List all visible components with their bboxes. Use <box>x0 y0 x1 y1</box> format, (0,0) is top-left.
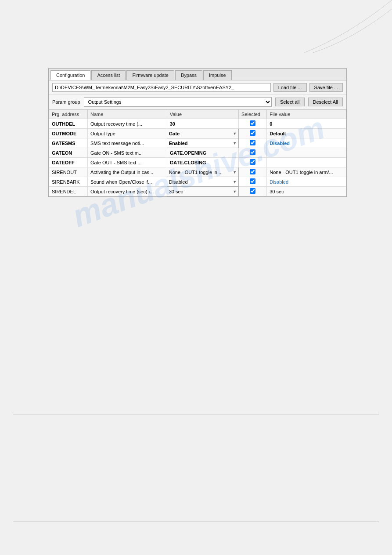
param-group-label: Param group <box>52 99 80 105</box>
cell-value: GATE.OPENING <box>167 148 238 158</box>
cell-file-value <box>267 158 346 167</box>
deselect-all-button[interactable]: Deselect All <box>308 98 343 106</box>
select-all-button[interactable]: Select all <box>275 98 305 106</box>
table-row: GATESMSSMS text message noti...Enabled▼D… <box>49 138 346 148</box>
selected-checkbox[interactable] <box>250 120 255 126</box>
col-header-prg-address: Prg. address <box>49 110 88 119</box>
table-row: SIRENBARKSound when Open/Close if...Disa… <box>49 177 346 187</box>
col-header-file-value: File value <box>267 110 346 119</box>
tab-firmware-update[interactable]: Firmware update <box>126 70 174 80</box>
cell-selected[interactable] <box>239 187 267 196</box>
chevron-down-icon[interactable]: ▼ <box>233 131 237 136</box>
cell-selected[interactable] <box>239 148 267 158</box>
data-table: Prg. address Name Value Selected File va… <box>49 109 346 196</box>
selected-checkbox[interactable] <box>250 149 255 155</box>
selected-checkbox[interactable] <box>250 169 255 174</box>
cell-value[interactable]: 30 sec▼ <box>167 187 238 196</box>
cell-prg-address: GATESMS <box>49 138 88 148</box>
cell-selected[interactable] <box>239 129 267 138</box>
table-row: GATEOFFGate OUT - SMS text ...GATE.CLOSI… <box>49 158 346 167</box>
cell-selected[interactable] <box>239 119 267 129</box>
save-file-button[interactable]: Save file ... <box>309 83 343 92</box>
chevron-down-icon[interactable]: ▼ <box>233 141 237 145</box>
cell-selected[interactable] <box>239 158 267 167</box>
cell-selected[interactable] <box>239 138 267 148</box>
cell-prg-address: SIRENDEL <box>49 187 88 196</box>
col-header-selected: Selected <box>239 110 267 119</box>
cell-selected[interactable] <box>239 177 267 187</box>
chevron-down-icon[interactable]: ▼ <box>233 189 237 194</box>
selected-checkbox[interactable] <box>250 188 255 194</box>
table-row: OUTMODEOutput typeGate▼Default <box>49 129 346 138</box>
tab-bypass[interactable]: Bypass <box>175 70 202 80</box>
decorative-arc <box>304 0 392 53</box>
cell-file-value <box>267 148 346 158</box>
cell-file-value: Disabled <box>267 138 346 148</box>
col-header-name: Name <box>87 110 167 119</box>
cell-selected[interactable] <box>239 167 267 177</box>
chevron-down-icon[interactable]: ▼ <box>233 170 237 174</box>
toolbar-row: Load file ... Save file ... <box>49 80 346 95</box>
cell-file-value: Disabled <box>267 177 346 187</box>
chevron-down-icon[interactable]: ▼ <box>233 180 237 184</box>
cell-prg-address: SIRENBARK <box>49 177 88 187</box>
cell-value[interactable]: Gate▼ <box>167 129 238 138</box>
cell-name: Output recovery time (sec) i... <box>87 187 167 196</box>
cell-name: Gate ON - SMS text m... <box>87 148 167 158</box>
cell-prg-address: GATEON <box>49 148 88 158</box>
col-header-value: Value <box>167 110 238 119</box>
table-row: OUTHDELOutput recovery time (...300 <box>49 119 346 129</box>
file-path-input[interactable] <box>52 83 271 92</box>
table-row: GATEONGate ON - SMS text m...GATE.OPENIN… <box>49 148 346 158</box>
cell-value[interactable]: None - OUT1 toggle in ...▼ <box>167 167 238 177</box>
tab-bar: Configuration Access list Firmware updat… <box>49 69 346 80</box>
cell-name: Gate OUT - SMS text ... <box>87 158 167 167</box>
cell-file-value: 0 <box>267 119 346 129</box>
cell-name: Output recovery time (... <box>87 119 167 129</box>
param-group-select[interactable]: Output Settings <box>84 97 272 107</box>
tab-access-list[interactable]: Access list <box>91 70 126 80</box>
cell-name: Sound when Open/Close if... <box>87 177 167 187</box>
bottom-divider-1 <box>13 414 379 414</box>
load-file-button[interactable]: Load file ... <box>273 83 307 92</box>
cell-file-value: 30 sec <box>267 187 346 196</box>
tab-configuration[interactable]: Configuration <box>50 70 90 80</box>
cell-prg-address: OUTMODE <box>49 129 88 138</box>
tab-impulse[interactable]: Impulse <box>203 70 232 80</box>
table-row: SIRENDELOutput recovery time (sec) i...3… <box>49 187 346 196</box>
main-panel: Configuration Access list Firmware updat… <box>48 68 347 197</box>
cell-name: SMS text message noti... <box>87 138 167 148</box>
cell-prg-address: OUTHDEL <box>49 119 88 129</box>
cell-value: GATE.CLOSING <box>167 158 238 167</box>
bottom-divider-2 <box>13 522 379 522</box>
cell-value[interactable]: Enabled▼ <box>167 138 238 148</box>
cell-file-value: None - OUT1 toggle in arm/... <box>267 167 346 177</box>
selected-checkbox[interactable] <box>250 178 255 184</box>
cell-prg-address: SIRENOUT <box>49 167 88 177</box>
cell-value: 30 <box>167 119 238 129</box>
param-group-row: Param group Output Settings Select all D… <box>49 95 346 109</box>
selected-checkbox[interactable] <box>250 159 255 165</box>
cell-value[interactable]: Disabled▼ <box>167 177 238 187</box>
cell-name: Activating the Output in cas... <box>87 167 167 177</box>
selected-checkbox[interactable] <box>250 140 255 145</box>
table-row: SIRENOUTActivating the Output in cas...N… <box>49 167 346 177</box>
cell-name: Output type <box>87 129 167 138</box>
cell-file-value: Default <box>267 129 346 138</box>
selected-checkbox[interactable] <box>250 130 255 136</box>
cell-prg-address: GATEOFF <box>49 158 88 167</box>
